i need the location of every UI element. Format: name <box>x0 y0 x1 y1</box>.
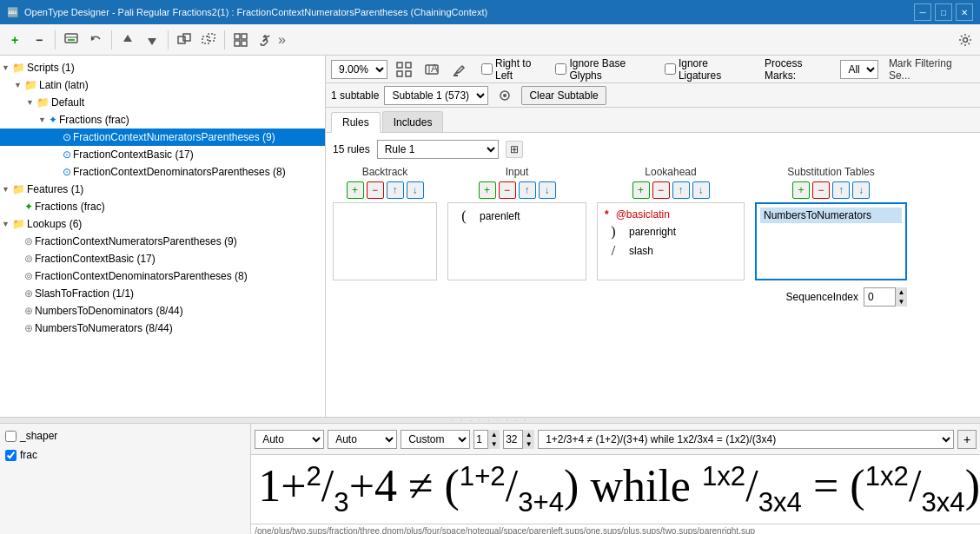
subst-item-numbers-to-numerators[interactable]: NumbersToNumerators <box>760 208 902 223</box>
tree-item-slash-fraction[interactable]: ⊕ SlashToFraction (1/1) <box>0 285 325 302</box>
tab-rules[interactable]: Rules <box>331 112 381 133</box>
ignore-ligatures-checkbox[interactable] <box>665 63 676 75</box>
more-options-icon[interactable]: » <box>278 32 286 48</box>
rule-grid-btn[interactable]: ⊞ <box>506 141 523 158</box>
lookahead-down-btn[interactable]: ↓ <box>692 181 710 199</box>
backtrack-add-btn[interactable]: + <box>347 181 364 199</box>
expand-features[interactable]: ▼ <box>2 185 12 194</box>
backtrack-down-btn[interactable]: ↓ <box>407 181 424 199</box>
glyph-parenleft: ( <box>455 208 473 224</box>
shaper-checkbox[interactable] <box>5 431 17 442</box>
remove-item-btn[interactable]: − <box>28 29 50 51</box>
move-down-btn[interactable] <box>141 29 163 51</box>
tree-item-num-numerators[interactable]: ⊕ NumbersToNumerators (8/44) <box>0 320 325 337</box>
lookahead-item-basiclatin[interactable]: * @basiclatin <box>601 207 740 222</box>
expand-fractions-s[interactable]: ▼ <box>38 115 49 124</box>
select-all-btn[interactable] <box>173 29 195 51</box>
ignore-ligatures-label[interactable]: Ignore Ligatures <box>665 57 752 82</box>
seq-index-down[interactable]: ▼ <box>895 297 907 307</box>
tree-item-lookup-basic[interactable]: ⊚ FractionContextBasic (17) <box>0 250 325 267</box>
add-item-btn[interactable]: + <box>3 29 26 51</box>
tree-item-scripts[interactable]: ▼ 📁 Scripts (1) <box>0 59 325 76</box>
input-item-parenleft[interactable]: ( parenleft <box>452 207 582 226</box>
tree-item-fraction-basic[interactable]: ⊙ FractionContextBasic (17) <box>0 146 325 163</box>
lookahead-list: * @basiclatin ) parenright / slash <box>597 202 745 280</box>
tree-item-features[interactable]: ▼ 📁 Features (1) <box>0 181 325 198</box>
backtrack-controls: + − ↑ ↓ <box>333 181 437 199</box>
tree-item-fractions-script[interactable]: ▼ ✦ Fractions (frac) <box>0 111 325 129</box>
rule-select[interactable]: Rule 1 <box>377 140 499 159</box>
zoom-select[interactable]: 9.00% <box>331 60 387 79</box>
right-to-left-checkbox[interactable] <box>481 63 493 75</box>
deselect-btn[interactable] <box>197 29 220 51</box>
glyph-name-parenright: parenright <box>629 226 676 238</box>
size-32-down[interactable]: ▼ <box>522 439 534 449</box>
expand-scripts[interactable]: ▼ <box>2 63 12 72</box>
move-up-btn[interactable] <box>116 29 139 51</box>
subst-remove-btn[interactable]: − <box>812 181 830 199</box>
glyph-path-text: /one/plus/two.sups/fraction/three.dnom/p… <box>251 524 980 534</box>
lookahead-item-parenright[interactable]: ) parenright <box>601 222 740 241</box>
input-controls: + − ↑ ↓ <box>447 181 586 199</box>
tree-item-lookup-denominators[interactable]: ⊚ FractionContextDenominatorsParentheses… <box>0 267 325 285</box>
input-down-btn[interactable]: ↓ <box>539 181 556 199</box>
subst-add-btn[interactable]: + <box>792 181 810 199</box>
backtrack-remove-btn[interactable]: − <box>367 181 384 199</box>
expand-lookups[interactable]: ▼ <box>2 220 12 228</box>
input-up-btn[interactable]: ↑ <box>519 181 536 199</box>
tab-includes[interactable]: Includes <box>382 111 444 132</box>
lookahead-up-btn[interactable]: ↑ <box>672 181 690 199</box>
size-down-btn[interactable]: ▼ <box>487 439 500 449</box>
highlight-btn[interactable] <box>448 58 471 81</box>
script-action-btn[interactable] <box>60 29 83 51</box>
tree-item-fraction-numerators[interactable]: ⊙ FractionContextNumeratorsParentheses (… <box>0 129 325 146</box>
lookahead-item-slash[interactable]: / slash <box>601 241 740 260</box>
ignore-base-glyphs-label[interactable]: Ignore Base Glyphs <box>555 57 659 82</box>
clear-subtable-btn[interactable]: Clear Subtable <box>521 86 606 105</box>
right-to-left-label[interactable]: Right to Left <box>481 57 550 82</box>
glyph-name-slash: slash <box>629 245 653 257</box>
svg-text:A: A <box>431 63 438 75</box>
auto-select-1[interactable]: Auto <box>255 430 324 449</box>
expand-default[interactable]: ▼ <box>26 98 36 107</box>
close-btn[interactable]: ✕ <box>956 3 973 21</box>
zoom-fit-btn[interactable] <box>393 58 415 81</box>
frac-checkbox[interactable] <box>5 450 17 461</box>
custom-select[interactable]: Custom <box>401 430 470 449</box>
ignore-base-glyphs-checkbox[interactable] <box>555 63 566 75</box>
input-add-btn[interactable]: + <box>479 181 496 199</box>
lookahead-add-btn[interactable]: + <box>632 181 650 199</box>
input-remove-btn[interactable]: − <box>499 181 516 199</box>
subst-down-btn[interactable]: ↓ <box>852 181 870 199</box>
tree-item-fraction-denominators[interactable]: ⊙ FractionContextDenominatorsParentheses… <box>0 163 325 181</box>
lookahead-remove-btn[interactable]: − <box>652 181 670 199</box>
seq-index-up[interactable]: ▲ <box>895 287 907 297</box>
size-up-btn[interactable]: ▲ <box>487 430 500 439</box>
resize-handle[interactable]: · · · · · · · · · <box>0 417 980 424</box>
svg-point-24 <box>503 94 507 97</box>
tree-item-fractions-feature[interactable]: ✦ Fractions (frac) <box>0 198 325 215</box>
undo-btn[interactable] <box>84 29 107 51</box>
backtrack-up-btn[interactable]: ↑ <box>387 181 404 199</box>
zoom-size-btn[interactable]: A <box>420 58 443 81</box>
tree-item-num-denominators[interactable]: ⊕ NumbersToDenominators (8/44) <box>0 302 325 320</box>
preview-text-select[interactable]: 1+2/3+4 ≠ (1+2)/(3+4) while 1x2/3x4 = (1… <box>538 430 954 449</box>
size-32-up[interactable]: ▲ <box>522 430 534 439</box>
tree-item-lookup-numerators[interactable]: ⊚ FractionContextNumeratorsParentheses (… <box>0 233 325 250</box>
expand-latin[interactable]: ▼ <box>14 81 24 89</box>
subtable-options-btn[interactable] <box>493 84 516 107</box>
tree-item-lookups[interactable]: ▼ 📁 Lookups (6) <box>0 215 325 233</box>
settings-btn[interactable] <box>954 29 977 51</box>
tree-item-default[interactable]: ▼ 📁 Default <box>0 94 325 111</box>
subst-up-btn[interactable]: ↑ <box>832 181 850 199</box>
fraction-numerators-label: FractionContextNumeratorsParentheses (9) <box>73 131 275 143</box>
minimize-btn[interactable]: ─ <box>914 3 931 21</box>
subtable-select[interactable]: Subtable 1 (573) <box>384 86 488 105</box>
tree-item-latin[interactable]: ▼ 📁 Latin (latn) <box>0 76 325 94</box>
maximize-btn[interactable]: □ <box>935 3 952 21</box>
lookup-grid-btn[interactable] <box>229 29 252 51</box>
link-btn[interactable] <box>254 29 276 51</box>
add-preview-btn[interactable]: + <box>957 430 977 449</box>
auto-select-2[interactable]: Auto <box>328 430 397 449</box>
process-marks-select[interactable]: All <box>840 60 877 79</box>
